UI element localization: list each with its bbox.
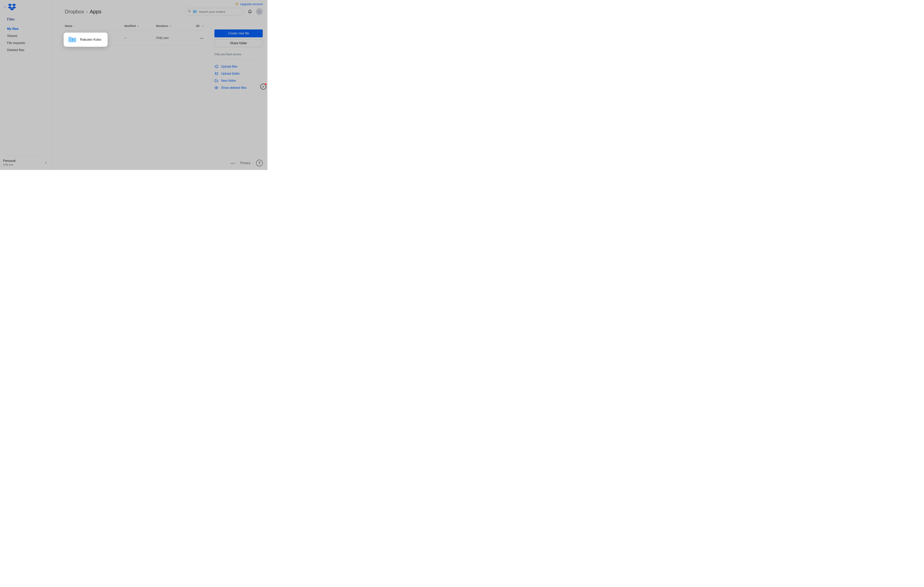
search-icon: [188, 10, 191, 13]
upgrade-label: Upgrade account: [240, 2, 263, 6]
svg-point-4: [201, 38, 202, 39]
footer: Privacy ?: [231, 160, 263, 166]
breadcrumb-root[interactable]: Dropbox: [65, 9, 84, 15]
view-dropdown-caret-icon[interactable]: ▼: [202, 25, 204, 27]
dropdown-caret-icon: ▼: [170, 25, 172, 27]
column-header-name[interactable]: Name ↑: [65, 24, 124, 28]
eye-icon: [214, 86, 218, 90]
privacy-link[interactable]: Privacy: [240, 161, 251, 165]
sidebar-item-my-files[interactable]: My files: [0, 25, 53, 32]
sidebar-section-title[interactable]: Files: [0, 13, 53, 23]
svg-point-9: [233, 163, 233, 164]
footer-more-icon[interactable]: [231, 161, 235, 165]
sidebar-item-shared[interactable]: Shared: [0, 32, 53, 40]
notifications-icon[interactable]: [248, 9, 252, 14]
sync-status-badge[interactable]: [260, 84, 266, 89]
share-folder-button[interactable]: Share folder: [214, 39, 263, 47]
table-header: Name ↑ Modified ▼ Members ▼ ▼: [65, 23, 204, 30]
create-new-file-button[interactable]: Create new file: [214, 30, 263, 37]
column-header-members[interactable]: Members ▼: [156, 24, 188, 28]
right-panel: Create new file Share folder Only you ha…: [214, 30, 263, 91]
column-modified-label: Modified: [124, 24, 136, 28]
sidebar-item-deleted-files[interactable]: Deleted files: [0, 46, 53, 54]
row-modified: --: [124, 36, 156, 40]
column-header-modified[interactable]: Modified ▼: [124, 24, 156, 28]
upload-folder-link[interactable]: Upload folder: [214, 70, 263, 77]
svg-rect-6: [216, 65, 218, 68]
svg-point-7: [216, 88, 217, 88]
dropdown-caret-icon: ▼: [137, 25, 139, 27]
search-scope-folder-icon[interactable]: [193, 10, 196, 13]
breadcrumb: Dropbox › Apps: [65, 9, 101, 15]
account-name: Personal: [3, 159, 15, 163]
action-label: Upload files: [221, 65, 238, 68]
back-chevron-icon[interactable]: [4, 5, 6, 10]
sidebar-nav: My files Shared File requests Deleted fi…: [0, 23, 53, 56]
upgrade-link[interactable]: Upgrade account: [235, 2, 263, 6]
dropbox-logo-icon[interactable]: [8, 3, 16, 12]
sidebar: Files My files Shared File requests Dele…: [0, 0, 53, 170]
breadcrumb-separator-icon: ›: [86, 9, 88, 15]
svg-point-1: [259, 11, 259, 12]
row-members: Only you: [156, 36, 188, 40]
action-label: New folder: [221, 79, 236, 83]
svg-point-5: [203, 38, 203, 39]
help-icon[interactable]: ?: [256, 160, 263, 166]
new-folder-link[interactable]: New folder: [214, 77, 263, 84]
star-icon: [235, 2, 239, 6]
upload-folder-icon: [214, 72, 218, 76]
row-actions-icon[interactable]: [200, 36, 204, 40]
svg-point-10: [234, 163, 234, 164]
sort-ascending-icon: ↑: [73, 25, 74, 27]
highlighted-folder-name: Rakuten Kobo: [80, 38, 101, 41]
topbar: Upgrade account Dropbox › Apps: [53, 0, 267, 19]
column-name-label: Name: [65, 24, 72, 28]
svg-point-3: [200, 38, 201, 39]
column-members-label: Members: [156, 24, 168, 28]
account-chevrons-icon: ▲▼: [45, 161, 47, 164]
access-note: Only you have access: [214, 53, 263, 56]
sidebar-item-file-requests[interactable]: File requests: [0, 40, 53, 46]
list-view-icon[interactable]: [196, 25, 199, 27]
upload-files-icon: [214, 64, 218, 69]
search-input[interactable]: [198, 10, 241, 13]
highlighted-folder-row[interactable]: Rakuten Kobo: [64, 33, 107, 47]
svg-point-8: [231, 163, 232, 164]
svg-point-0: [188, 10, 190, 12]
account-scope: Only you: [3, 163, 15, 166]
account-switcher[interactable]: Personal Only you ▲▼: [3, 155, 47, 166]
show-deleted-files-link[interactable]: Show deleted files: [214, 84, 263, 91]
action-label: Show deleted files: [221, 86, 247, 89]
app-folder-icon: [68, 36, 77, 44]
action-label: Upload folder: [221, 72, 240, 75]
svg-point-2: [260, 11, 260, 12]
breadcrumb-current: Apps: [90, 9, 101, 15]
search-input-container[interactable]: [185, 8, 244, 15]
avatar[interactable]: [256, 8, 263, 15]
new-folder-icon: [214, 79, 218, 83]
upload-files-link[interactable]: Upload files: [214, 63, 263, 70]
